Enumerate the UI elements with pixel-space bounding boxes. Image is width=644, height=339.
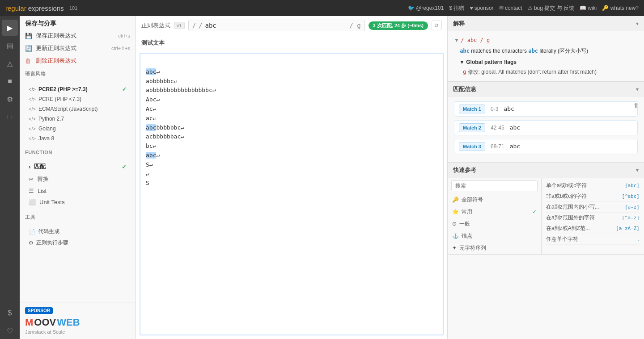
match-row-1: Match 1 0-3 abc xyxy=(454,101,638,117)
entry-6-code: . xyxy=(636,236,640,242)
entry-3-desc: 在a到z范围内的小写... xyxy=(546,203,625,211)
tools-list: 📄 代码生成 ⚙ 正则执行步骤 xyxy=(20,223,136,251)
quick-entry-4: 在a到z范围外的字符 [^a-z] xyxy=(546,213,640,223)
lang-java-label: Java 8 xyxy=(38,135,54,142)
match-2-value: abc xyxy=(510,124,520,131)
nav-library-icon[interactable]: ■ xyxy=(2,73,18,89)
logo-num: 101 xyxy=(69,5,77,11)
lang-pcre2[interactable]: </> PCRE2 (PHP >=7.3) ✓ xyxy=(25,84,130,94)
entry-1-desc: 单个a或b或c字符 xyxy=(546,182,625,189)
logo: regular expressions 101 xyxy=(5,4,77,12)
quick-ref-title: 快速参考 xyxy=(453,166,476,174)
cat-all[interactable]: 🔑 全部符号 xyxy=(448,194,541,206)
sponsor-tagline: Jamstack at Scale xyxy=(25,329,130,335)
nav-dollar-icon[interactable]: $ xyxy=(2,305,18,321)
func-match[interactable]: › 匹配 ✓ xyxy=(25,160,130,173)
logo-expressions: expressions xyxy=(28,4,64,12)
cat-common-check: ✓ xyxy=(532,209,537,215)
update-regex-label: 更新正则表达式 xyxy=(36,44,76,52)
bug-link[interactable]: ⚠ bug 提交 与 反馈 xyxy=(528,4,574,12)
contact-link[interactable]: ✉ contact xyxy=(499,5,522,11)
func-match-label: 匹配 xyxy=(34,163,46,171)
explain-abc: abc xyxy=(460,48,470,54)
save-regex-item[interactable]: 💾 保存正则表达式 ctrl+s xyxy=(20,29,136,42)
func-unit-tests-icon: ⬜ xyxy=(29,199,36,205)
explanation-content: ▼ / abc / g abc matches the characters a… xyxy=(448,31,644,81)
lang-golang[interactable]: </> Golang xyxy=(25,124,130,134)
match-1-value: abc xyxy=(504,105,514,112)
nav-settings-icon[interactable]: ⚙ xyxy=(2,91,18,107)
cat-anchors[interactable]: ⚓ 锚点 xyxy=(448,230,541,242)
nav-heart-icon[interactable]: ♡ xyxy=(2,323,18,339)
nav-links: 🐦 @regex101 $ 捐赠 ♥ sponsor ✉ contact ⚠ b… xyxy=(408,4,639,12)
tool-steps[interactable]: ⚙ 正则执行步骤 xyxy=(25,237,130,248)
update-icon: 🔄 xyxy=(25,45,32,52)
func-unit-tests-label: Unit Tests xyxy=(39,199,65,205)
quick-entry-1: 单个a或b或c字符 [abc] xyxy=(546,180,640,191)
explain-path-code: / abc / g xyxy=(461,37,490,43)
entry-1-code: [abc] xyxy=(625,183,640,188)
donate-link[interactable]: $ 捐赠 xyxy=(449,4,464,12)
func-replace[interactable]: ✂ 替换 xyxy=(25,173,130,185)
nav-user-icon[interactable]: △ xyxy=(2,55,18,71)
explain-main: abc matches the characters abc literally… xyxy=(454,46,638,55)
match-2-label: Match 2 xyxy=(459,123,485,132)
main-layout: ▶ ▤ △ ■ ⚙ □ $ ♡ 保存与分享 💾 保存正则表达式 ctrl+s 🔄… xyxy=(0,16,644,339)
center-panel: 正则表达式 v1 / / abc / g 3 次匹配, 24 步 (~0ms) … xyxy=(136,16,447,339)
match-info-header[interactable]: 匹配信息 ▾ xyxy=(448,82,644,97)
topbar: regular expressions 101 🐦 @regex101 $ 捐赠… xyxy=(0,0,644,16)
quick-ref-left: 🔑 全部符号 ⭐ 常用 ✓ ⊙ 一般 ⚓ xyxy=(448,178,542,254)
whatsnew-link[interactable]: 🔑 whats new? xyxy=(602,5,639,11)
entry-2-code: [^abc] xyxy=(622,193,640,199)
copy-button[interactable]: ⧉ xyxy=(432,21,442,30)
func-list-icon: ☰ xyxy=(29,188,34,194)
tool-codegen[interactable]: 📄 代码生成 xyxy=(25,226,130,237)
explanation-header[interactable]: 解释 ▾ xyxy=(448,16,644,31)
lang-pcre-label: PCRE (PHP <7.3) xyxy=(38,96,81,102)
delete-regex-item[interactable]: 🗑 删除正则表达式 xyxy=(20,54,136,67)
quick-entry-6: 任意单个字符 . xyxy=(546,234,640,245)
share-icon[interactable]: ⬆ xyxy=(633,101,639,110)
quick-search-input[interactable] xyxy=(451,180,538,191)
left-panel: 保存与分享 💾 保存正则表达式 ctrl+s 🔄 更新正则表达式 ctrl+⇧+… xyxy=(20,16,136,339)
update-regex-item[interactable]: 🔄 更新正则表达式 ctrl+⇧+s xyxy=(20,42,136,54)
cat-general[interactable]: ⊙ 一般 xyxy=(448,218,541,230)
func-list-label: List xyxy=(38,188,47,194)
code-icon-python: </> xyxy=(29,116,36,121)
nav-regex-icon[interactable]: ▶ xyxy=(2,20,18,36)
regex-input-container[interactable]: / / abc / g xyxy=(188,20,365,31)
lang-ecma[interactable]: </> ECMAScript (JavaScript) xyxy=(25,104,130,114)
lang-java[interactable]: </> Java 8 xyxy=(25,134,130,143)
func-match-check: ✓ xyxy=(122,163,127,170)
nav-chart-icon[interactable]: ▤ xyxy=(2,38,18,54)
nav-chat-icon[interactable]: □ xyxy=(2,109,18,125)
lang-python[interactable]: </> Python 2.7 xyxy=(25,114,130,124)
cat-general-icon: ⊙ xyxy=(452,221,457,227)
sponsor-badge[interactable]: SPONSOR xyxy=(25,307,53,314)
twitter-link[interactable]: 🐦 @regex101 xyxy=(408,5,444,11)
logo-regular: regular xyxy=(5,4,26,12)
language-list: </> PCRE2 (PHP >=7.3) ✓ </> PCRE (PHP <7… xyxy=(20,82,136,146)
cat-meta-label: 元字符序列 xyxy=(459,244,486,252)
quick-ref-right: 单个a或b或c字符 [abc] 非a或b或c的字符 [^abc] 在a到z范围内… xyxy=(542,178,644,254)
quick-ref-header[interactable]: 快速参考 ▾ xyxy=(448,163,644,178)
sponsor-link[interactable]: ♥ sponsor xyxy=(470,5,493,11)
match-info-chevron: ▾ xyxy=(636,86,639,92)
lang-pcre[interactable]: </> PCRE (PHP <7.3) xyxy=(25,94,130,104)
cat-meta[interactable]: ✦ 元字符序列 xyxy=(448,242,541,254)
cat-common[interactable]: ⭐ 常用 ✓ xyxy=(448,206,541,218)
right-panel: 解释 ▾ ▼ / abc / g abc matches the charact… xyxy=(447,16,644,339)
entry-5-desc: 在a到z或A到Z范... xyxy=(546,225,616,232)
regex-version[interactable]: v1 xyxy=(174,22,185,29)
sponsor-logo[interactable]: MOOVWEB xyxy=(25,317,130,328)
cat-anchors-label: 锚点 xyxy=(462,232,472,240)
sponsor-section: SPONSOR MOOVWEB Jamstack at Scale xyxy=(20,302,136,339)
quick-entry-5: 在a到z或A到Z范... [a-zA-Z] xyxy=(546,223,640,234)
quick-ref-section: 快速参考 ▾ 🔑 全部符号 ⭐ 常用 xyxy=(448,163,644,255)
quick-ref-chevron: ▾ xyxy=(636,167,639,173)
func-unit-tests[interactable]: ⬜ Unit Tests xyxy=(25,197,130,208)
func-list[interactable]: ☰ List xyxy=(25,185,130,197)
test-text-area[interactable]: abc↵ abbbbbbc↵ abbbbbbbbbbbbbbbbbc↵ Abc↵… xyxy=(140,53,444,335)
match-info-content: ⬆ Match 1 0-3 abc Match 2 42-45 abc Matc… xyxy=(448,97,644,162)
wiki-link[interactable]: 📖 wiki xyxy=(580,5,597,11)
